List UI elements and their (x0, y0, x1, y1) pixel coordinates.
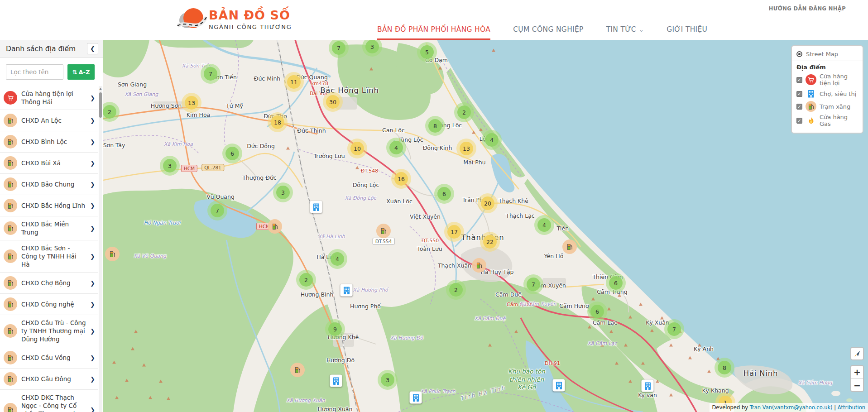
marker-cluster[interactable]: 18 (271, 115, 284, 129)
list-item[interactable]: CHXD Bắc Miền Trung❯ (0, 216, 98, 240)
list-item[interactable]: Cửa hàng tiện lợi Thông Hải❯ (0, 86, 98, 110)
marker-cluster[interactable]: 13 (460, 142, 473, 155)
marker-cluster[interactable]: 5 (420, 45, 434, 59)
marker-cluster[interactable]: 8 (428, 119, 442, 133)
legend-layer-1[interactable]: ✓Chợ, siêu thị (796, 88, 858, 99)
basemap-label: Street Map (806, 51, 838, 57)
list-item[interactable]: CHXD Bùi Xá❯ (0, 153, 98, 174)
map-place-label: Thạch Xuân (438, 262, 471, 269)
marker-cluster[interactable]: 3 (365, 40, 379, 53)
marker-cluster[interactable]: 6 (225, 147, 239, 160)
mountain-peak-icon (688, 356, 692, 359)
marker-cluster[interactable]: 4 (537, 218, 551, 232)
list-item[interactable]: CHXD An Lộc❯ (0, 110, 98, 131)
fuel-station-marker[interactable] (376, 224, 391, 238)
market-marker[interactable] (340, 284, 353, 297)
filter-input[interactable] (6, 64, 63, 80)
marker-cluster[interactable]: 3 (381, 373, 394, 387)
marker-cluster[interactable]: 30 (326, 95, 340, 109)
marker-cluster[interactable]: 13 (185, 96, 198, 110)
marker-cluster[interactable]: 6 (437, 187, 451, 201)
nav-item-3[interactable]: GIỚI THIỆU (667, 20, 707, 40)
marker-cluster[interactable]: 17 (447, 225, 461, 239)
marker-cluster[interactable]: 7 (527, 278, 540, 291)
checkbox-checked-icon[interactable]: ✓ (796, 91, 802, 97)
checkbox-checked-icon[interactable]: ✓ (796, 104, 802, 110)
zoom-out-button[interactable]: − (851, 378, 863, 391)
legend-layer-0[interactable]: ✓Cửa hàng tiện lợi (796, 73, 858, 86)
map-place-label: Xã Đồng Lộc (345, 195, 376, 201)
marker-cluster[interactable]: 3 (276, 186, 290, 199)
fuel-station-marker[interactable] (472, 258, 486, 273)
list-item[interactable]: CHXD Bắc Hồng Lĩnh❯ (0, 195, 98, 216)
list-item[interactable]: CHXD Bảo Chung❯ (0, 174, 98, 195)
zoom-in-button[interactable]: + (851, 366, 863, 378)
scroll-up-icon[interactable]: ▲ (99, 87, 102, 91)
sidebar-collapse-button[interactable]: ❮ (87, 43, 98, 54)
locate-button[interactable] (850, 347, 864, 360)
fuel-station-marker[interactable] (268, 219, 282, 234)
scrollbar-thumb[interactable] (99, 92, 102, 118)
list-item[interactable]: CHXD Bình Lộc❯ (0, 131, 98, 153)
marker-cluster[interactable]: 4 (485, 133, 499, 147)
marker-cluster[interactable]: 8 (718, 361, 731, 374)
market-marker[interactable] (642, 380, 654, 392)
checkbox-checked-icon[interactable]: ✓ (796, 118, 802, 124)
list-item[interactable]: CHXD Bắc Sơn - Công ty TNHH Hải Hà❯ (0, 240, 98, 273)
map-place-label: Cẩm Duệ (495, 291, 522, 298)
marker-cluster[interactable]: 4 (389, 141, 403, 154)
marker-cluster[interactable]: 2 (299, 273, 313, 287)
fuel-station-marker[interactable] (290, 363, 305, 377)
marker-cluster[interactable]: 6 (590, 305, 604, 318)
fuel-station-marker[interactable] (562, 240, 577, 254)
marker-cluster[interactable]: 3 (163, 159, 177, 172)
fuel-pump-icon (4, 297, 17, 311)
basemap-option[interactable]: Street Map (796, 49, 858, 61)
market-marker[interactable] (310, 201, 322, 213)
mountain-peak-icon (615, 362, 619, 365)
marker-cluster[interactable]: 22 (483, 235, 497, 249)
nav-item-0[interactable]: BẢN ĐỒ PHÂN PHỐI HÀNG HÓA (377, 20, 490, 40)
marker-cluster[interactable]: 9 (328, 322, 342, 336)
author-link[interactable]: Tran Van(vantxm@yahoo.co.uk) (750, 404, 833, 411)
list-item[interactable]: CHXD DKC Thạch Ngọc - Công ty Cổ phần Th… (0, 390, 98, 412)
marker-cluster[interactable]: 2 (457, 105, 471, 119)
map-canvas[interactable]: NhẫnXã Sơn TiếnSơn TiếnSơn GiangĐức Minh… (103, 40, 868, 412)
marker-cluster[interactable]: 10 (350, 142, 364, 155)
sidebar-scrollbar[interactable]: ▲ (99, 86, 102, 412)
marker-cluster[interactable]: 16 (394, 172, 408, 186)
market-marker[interactable] (410, 392, 422, 404)
legend-layer-2[interactable]: ✓Trạm xăng (796, 101, 858, 112)
cart-icon (4, 91, 17, 105)
marker-cluster[interactable]: 11 (287, 75, 301, 89)
list-item[interactable]: CHXD Chợ Bộng❯ (0, 273, 98, 294)
gas-icon (806, 115, 816, 126)
list-item[interactable]: CHXD Công nghệ❯ (0, 294, 98, 315)
radio-selected-icon[interactable] (796, 51, 802, 57)
marker-cluster[interactable]: 7 (332, 41, 345, 55)
market-marker[interactable] (330, 375, 342, 387)
map-attribution: Developed by Tran Van(vantxm@yahoo.co.uk… (710, 403, 868, 412)
chevron-down-icon: ⌄ (639, 26, 644, 33)
list-item[interactable]: CHXD Cầu Đông❯ (0, 369, 98, 390)
market-marker[interactable] (553, 379, 565, 392)
marker-cluster[interactable]: 20 (481, 196, 494, 210)
nav-item-2[interactable]: TIN TỨC⌄ (606, 20, 644, 40)
attribution-link[interactable]: Attribution (838, 404, 865, 411)
marker-cluster[interactable]: 7 (211, 204, 224, 217)
marker-cluster[interactable]: 7 (204, 67, 217, 81)
marker-cluster[interactable]: 4 (331, 252, 344, 266)
marker-cluster[interactable]: 7 (667, 322, 681, 336)
fuel-station-marker[interactable] (105, 247, 120, 261)
legend-layer-3[interactable]: ✓Cửa hàng Gas (796, 114, 858, 127)
nav-item-1[interactable]: CỤM CÔNG NGHIỆP (513, 20, 584, 40)
login-guide-link[interactable]: HƯỚNG DẪN ĐĂNG NHẬP (769, 5, 846, 12)
marker-cluster[interactable]: 2 (449, 283, 463, 297)
checkbox-checked-icon[interactable]: ✓ (796, 77, 802, 83)
sort-az-button[interactable]: ⇅A-Z (67, 64, 95, 80)
list-item[interactable]: CHXD Cầu Trù - Công ty TNHH Thương mại D… (0, 315, 98, 347)
marker-cluster[interactable]: 6 (609, 276, 623, 290)
list-item[interactable]: CHXD Cầu Vồng❯ (0, 347, 98, 369)
marker-cluster[interactable]: 2 (103, 105, 116, 119)
list-item-label: CHXD Bắc Sơn - Công ty TNHH Hải Hà (21, 244, 86, 268)
